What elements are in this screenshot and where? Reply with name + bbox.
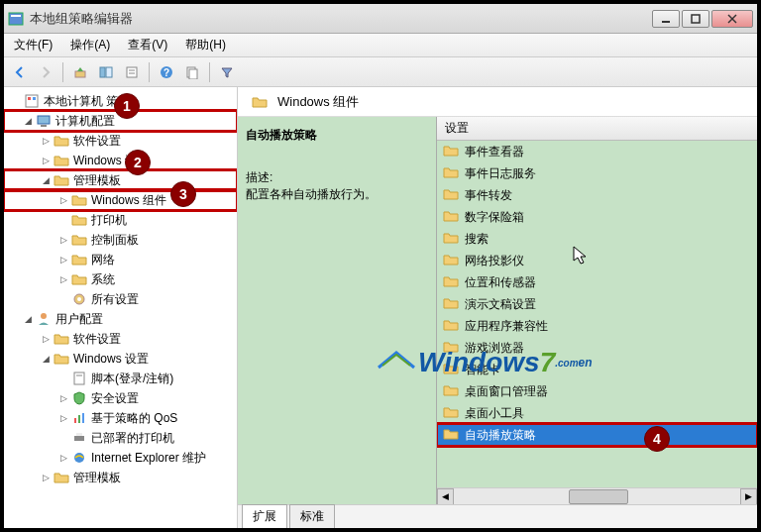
list-item[interactable]: 桌面小工具 xyxy=(437,402,757,424)
chevron-down-icon[interactable]: ◢ xyxy=(22,313,34,325)
list-item[interactable]: 应用程序兼容性 xyxy=(437,315,757,337)
list-item-label: 事件日志服务 xyxy=(465,165,536,182)
folder-icon xyxy=(443,405,459,422)
list-item[interactable]: 智能卡 xyxy=(437,359,757,380)
tree-label: 网络 xyxy=(91,252,115,268)
svg-point-22 xyxy=(77,297,81,301)
tree-label: 本地计算机 策略 xyxy=(44,93,130,110)
forward-button[interactable] xyxy=(34,60,57,84)
tree-u-admin-templates[interactable]: ▷管理模板 xyxy=(4,468,237,487)
tree-computer-config[interactable]: ◢ 计算机配置 xyxy=(4,111,237,131)
tree-label: Internet Explorer 维护 xyxy=(91,450,206,467)
folder-icon xyxy=(54,331,69,347)
list-item[interactable]: 搜索 xyxy=(437,228,757,250)
menu-help[interactable]: 帮助(H) xyxy=(181,35,230,55)
tree-u-software[interactable]: ▷软件设置 xyxy=(4,329,237,349)
chevron-down-icon[interactable]: ◢ xyxy=(40,353,52,365)
horizontal-scrollbar[interactable]: ◀ ▶ xyxy=(437,487,757,504)
up-button[interactable] xyxy=(68,60,92,84)
list-item-label: 游戏浏览器 xyxy=(465,340,524,357)
help-button[interactable]: ? xyxy=(155,60,178,84)
filter-button[interactable] xyxy=(215,60,239,84)
expander-icon[interactable] xyxy=(10,95,22,107)
folder-icon xyxy=(443,274,459,291)
list-item[interactable]: 桌面窗口管理器 xyxy=(437,380,757,402)
list-item-label: 桌面小工具 xyxy=(465,405,524,422)
chevron-right-icon[interactable]: ▷ xyxy=(57,254,69,266)
breadcrumb-label: Windows 组件 xyxy=(277,93,359,111)
show-hide-tree-button[interactable] xyxy=(94,60,118,84)
tree-printers[interactable]: 打印机 xyxy=(4,210,237,230)
chevron-right-icon[interactable]: ▷ xyxy=(57,234,69,246)
tree-u-ie[interactable]: ▷Internet Explorer 维护 xyxy=(4,448,237,468)
menu-view[interactable]: 查看(V) xyxy=(124,35,171,55)
tab-standard[interactable]: 标准 xyxy=(289,504,335,528)
chevron-right-icon[interactable]: ▷ xyxy=(40,155,52,166)
list-item[interactable]: 位置和传感器 xyxy=(437,271,757,293)
menu-file[interactable]: 文件(F) xyxy=(10,35,56,55)
tree-control-panel[interactable]: ▷控制面板 xyxy=(4,230,237,250)
close-button[interactable] xyxy=(711,10,753,28)
tree-windows-settings[interactable]: ▷ Windows 设置 xyxy=(4,151,237,170)
tree-u-qos[interactable]: ▷基于策略的 QoS xyxy=(4,408,237,428)
tree-network[interactable]: ▷网络 xyxy=(4,250,237,269)
scroll-right-button[interactable]: ▶ xyxy=(740,488,757,505)
tree-root[interactable]: 本地计算机 策略 xyxy=(4,91,237,111)
svg-rect-1 xyxy=(11,15,21,17)
chevron-right-icon[interactable]: ▷ xyxy=(40,135,52,147)
folder-icon xyxy=(54,153,69,168)
list-item[interactable]: 数字保险箱 xyxy=(437,206,757,228)
export-button[interactable] xyxy=(180,60,204,84)
chevron-right-icon[interactable]: ▷ xyxy=(57,194,69,206)
app-icon xyxy=(8,11,24,27)
maximize-button[interactable] xyxy=(682,10,709,28)
list-item[interactable]: 游戏浏览器 xyxy=(437,337,757,359)
tree-software-settings[interactable]: ▷ 软件设置 xyxy=(4,131,237,151)
list-item[interactable]: 演示文稿设置 xyxy=(437,293,757,315)
policy-title: 自动播放策略 xyxy=(246,127,428,144)
chevron-down-icon[interactable]: ◢ xyxy=(22,115,34,127)
list-item[interactable]: 事件日志服务 xyxy=(437,162,757,184)
column-header[interactable]: 设置 xyxy=(437,117,757,141)
list-item[interactable]: 网络投影仪 xyxy=(437,250,757,271)
list-item[interactable]: 事件查看器 xyxy=(437,141,757,162)
toolbar: ? xyxy=(4,57,757,87)
svg-rect-8 xyxy=(106,67,112,77)
properties-button[interactable] xyxy=(120,60,144,84)
tree-label: 基于策略的 QoS xyxy=(91,410,177,427)
list-item[interactable]: 自动播放策略 xyxy=(437,424,757,446)
svg-rect-0 xyxy=(9,13,23,25)
list-item-label: 自动播放策略 xyxy=(465,427,536,444)
tree-all-settings[interactable]: 所有设置 xyxy=(4,289,237,309)
list-body[interactable]: 事件查看器事件日志服务事件转发数字保险箱搜索网络投影仪位置和传感器演示文稿设置应… xyxy=(437,141,757,487)
chevron-right-icon[interactable]: ▷ xyxy=(57,273,69,285)
menu-action[interactable]: 操作(A) xyxy=(66,35,114,55)
list-item[interactable]: 事件转发 xyxy=(437,184,757,206)
folder-icon xyxy=(71,212,87,228)
svg-rect-15 xyxy=(189,69,197,79)
tree-windows-components[interactable]: ▷ Windows 组件 xyxy=(4,190,237,210)
tree-panel[interactable]: 本地计算机 策略 ◢ 计算机配置 ▷ 软件设置 ▷ Windows 设置 ◢ 管 xyxy=(4,87,238,528)
tree-u-scripts[interactable]: 脚本(登录/注销) xyxy=(4,369,237,388)
tree-system[interactable]: ▷系统 xyxy=(4,269,237,289)
svg-rect-27 xyxy=(78,415,80,423)
tree-u-windows[interactable]: ◢Windows 设置 xyxy=(4,349,237,369)
tree-admin-templates[interactable]: ◢ 管理模板 xyxy=(4,170,237,190)
chevron-right-icon[interactable]: ▷ xyxy=(40,333,52,345)
tree-label: 安全设置 xyxy=(91,390,139,407)
tree-user-config[interactable]: ◢ 用户配置 xyxy=(4,309,237,329)
scroll-thumb[interactable] xyxy=(569,489,628,504)
chevron-right-icon[interactable]: ▷ xyxy=(57,452,69,464)
tab-extended[interactable]: 扩展 xyxy=(242,504,287,528)
minimize-button[interactable] xyxy=(652,10,680,28)
svg-rect-24 xyxy=(74,372,84,384)
chevron-right-icon[interactable]: ▷ xyxy=(40,472,52,483)
svg-rect-7 xyxy=(100,67,105,77)
chevron-right-icon[interactable]: ▷ xyxy=(57,412,69,424)
scroll-left-button[interactable]: ◀ xyxy=(437,488,454,505)
tree-u-security[interactable]: ▷安全设置 xyxy=(4,388,237,408)
chevron-right-icon[interactable]: ▷ xyxy=(57,392,69,404)
tree-u-printers[interactable]: 已部署的打印机 xyxy=(4,428,237,448)
back-button[interactable] xyxy=(8,60,32,84)
chevron-down-icon[interactable]: ◢ xyxy=(40,174,52,186)
